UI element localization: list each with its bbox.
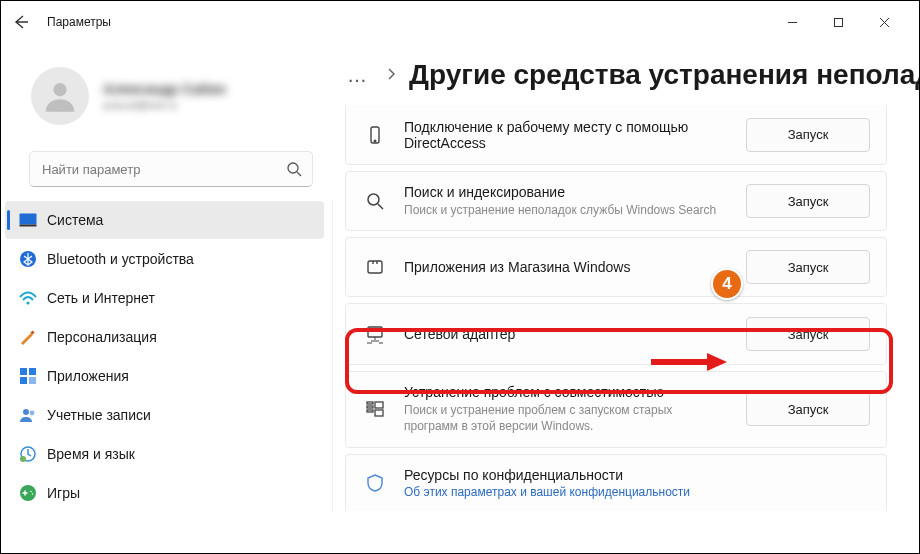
svg-rect-23 [367, 406, 373, 408]
chevron-right-icon [387, 68, 395, 83]
svg-rect-10 [20, 377, 27, 384]
svg-rect-24 [367, 410, 373, 412]
svg-point-2 [288, 163, 298, 173]
svg-rect-22 [367, 402, 373, 404]
privacy-link[interactable]: Об этих параметрах и вашей конфиденциаль… [404, 485, 870, 499]
maximize-button[interactable] [815, 7, 861, 37]
breadcrumb-more[interactable]: … [343, 64, 373, 87]
run-button[interactable]: Запуск [746, 392, 870, 426]
apps-icon [19, 367, 37, 385]
sidebar-item-bluetooth[interactable]: Bluetooth и устройства [5, 240, 324, 278]
user-block[interactable]: Александр Сабин polyud@test.ru [1, 43, 333, 147]
user-email: polyud@test.ru [103, 99, 226, 111]
sidebar-item-label: Учетные записи [47, 407, 151, 423]
svg-point-15 [20, 456, 26, 462]
sidebar-item-label: Игры [47, 485, 80, 501]
games-icon [19, 484, 37, 502]
troubleshooter-netadapter: Сетевой адаптер Запуск [345, 303, 887, 365]
minimize-button[interactable] [769, 7, 815, 37]
privacy-title: Ресурсы по конфиденциальности [404, 467, 870, 483]
svg-rect-0 [834, 18, 842, 26]
svg-rect-20 [368, 261, 382, 273]
bluetooth-icon [19, 250, 37, 268]
shield-icon [364, 472, 386, 494]
svg-rect-9 [29, 368, 36, 375]
sidebar-item-network[interactable]: Сеть и Интернет [5, 279, 324, 317]
sidebar-item-label: Время и язык [47, 446, 135, 462]
troubleshooter-directaccess: Подключение к рабочему месту с помощью D… [345, 105, 887, 165]
system-icon [19, 211, 37, 229]
search-icon [286, 161, 302, 177]
sidebar-item-label: Приложения [47, 368, 129, 384]
avatar [31, 67, 89, 125]
svg-rect-26 [375, 410, 383, 416]
compat-icon [364, 398, 386, 420]
sidebar: Александр Сабин polyud@test.ru Система B… [1, 43, 333, 513]
store-icon [364, 256, 386, 278]
search-box[interactable] [29, 151, 313, 187]
sidebar-item-label: Сеть и Интернет [47, 290, 155, 306]
svg-point-19 [368, 194, 379, 205]
svg-rect-11 [29, 377, 36, 384]
run-button[interactable]: Запуск [746, 118, 870, 152]
svg-point-18 [374, 140, 376, 142]
troubleshooter-subtitle: Поиск и устранение неполадок службы Wind… [404, 202, 728, 218]
back-button[interactable] [13, 14, 29, 30]
svg-rect-8 [20, 368, 27, 375]
nav-list: Система Bluetooth и устройства Сеть и Ин… [1, 201, 333, 512]
troubleshooter-title: Подключение к рабочему месту с помощью D… [404, 119, 728, 151]
run-button[interactable]: Запуск [746, 250, 870, 284]
troubleshooter-search: Поиск и индексирование Поиск и устранени… [345, 171, 887, 231]
troubleshooter-store: Приложения из Магазина Windows Запуск [345, 237, 887, 297]
network-icon [19, 289, 37, 307]
page-title: Другие средства устранения неполадок [409, 59, 919, 91]
window-title: Параметры [47, 15, 111, 29]
search-input[interactable] [42, 162, 286, 177]
timelang-icon [19, 445, 37, 463]
accounts-icon [19, 406, 37, 424]
svg-point-13 [30, 411, 35, 416]
troubleshooter-title: Устранение проблем с совместимостью [404, 384, 728, 400]
troubleshooter-title: Сетевой адаптер [404, 326, 728, 342]
sidebar-item-label: Персонализация [47, 329, 157, 345]
run-button[interactable]: Запуск [746, 184, 870, 218]
troubleshooter-subtitle: Поиск и устранение проблем с запуском ст… [404, 402, 728, 434]
sidebar-item-label: Система [47, 212, 103, 228]
phone-icon [364, 124, 386, 146]
privacy-resources: Ресурсы по конфиденциальности Об этих па… [345, 454, 887, 511]
sidebar-item-personalization[interactable]: Персонализация [5, 318, 324, 356]
svg-rect-4 [20, 225, 37, 227]
svg-rect-25 [375, 402, 383, 408]
sidebar-item-accounts[interactable]: Учетные записи [5, 396, 324, 434]
troubleshooter-title: Приложения из Магазина Windows [404, 259, 728, 275]
sidebar-item-label: Bluetooth и устройства [47, 251, 194, 267]
personalization-icon [19, 328, 37, 346]
close-button[interactable] [861, 7, 907, 37]
troubleshooter-compat: Устранение проблем с совместимостью Поис… [345, 371, 887, 447]
svg-point-6 [26, 301, 29, 304]
svg-point-12 [23, 409, 29, 415]
svg-rect-21 [368, 327, 382, 337]
sidebar-item-system[interactable]: Система [5, 201, 324, 239]
sidebar-item-apps[interactable]: Приложения [5, 357, 324, 395]
sidebar-item-timelang[interactable]: Время и язык [5, 435, 324, 473]
user-name: Александр Сабин [103, 81, 226, 97]
monitor-network-icon [364, 323, 386, 345]
run-button[interactable]: Запуск [746, 317, 870, 351]
main-content: … Другие средства устранения неполадок П… [341, 59, 919, 553]
sidebar-item-games[interactable]: Игры [5, 474, 324, 512]
svg-point-1 [53, 83, 66, 96]
troubleshooter-title: Поиск и индексирование [404, 184, 728, 200]
search-icon [364, 190, 386, 212]
svg-rect-3 [20, 214, 37, 225]
